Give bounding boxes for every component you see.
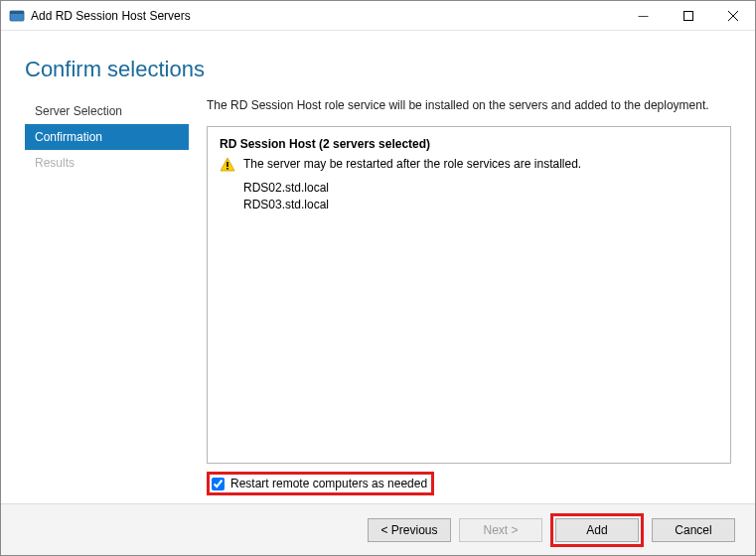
maximize-button[interactable] [666,1,710,31]
server-item: RDS03.std.local [243,198,718,211]
warning-row: The server may be restarted after the ro… [220,157,718,173]
next-button: Next > [459,518,542,542]
step-results: Results [25,150,189,176]
step-confirmation[interactable]: Confirmation [25,124,189,150]
main-area: Server Selection Confirmation Results Th… [1,98,755,495]
warning-icon [220,157,235,173]
server-list: RDS02.std.local RDS03.std.local [243,181,718,211]
content-area: The RD Session Host role service will be… [189,98,731,495]
svg-rect-7 [227,168,228,170]
svg-rect-2 [683,11,692,20]
window-title: Add RD Session Host Servers [31,9,191,23]
wizard-steps: Server Selection Confirmation Results [25,98,189,495]
panel-title: RD Session Host (2 servers selected) [220,137,718,151]
app-icon [9,8,25,24]
minimize-button[interactable]: — [621,1,666,31]
footer-buttons: < Previous Next > Add Cancel [1,503,755,555]
server-item: RDS02.std.local [243,181,718,195]
svg-rect-6 [227,162,228,167]
restart-checkbox[interactable] [212,478,225,490]
restart-checkbox-row[interactable]: Restart remote computers as needed [207,472,434,495]
svg-rect-1 [10,11,24,14]
page-title: Confirm selections [1,31,755,98]
title-bar: Add RD Session Host Servers — [1,1,755,31]
add-button[interactable]: Add [555,518,639,542]
restart-checkbox-label: Restart remote computers as needed [230,477,427,490]
selection-panel: RD Session Host (2 servers selected) The… [207,126,731,464]
step-server-selection[interactable]: Server Selection [25,98,189,124]
window-controls: — [621,1,755,31]
warning-text: The server may be restarted after the ro… [243,157,581,171]
intro-text: The RD Session Host role service will be… [207,98,731,112]
previous-button[interactable]: < Previous [368,518,451,542]
close-button[interactable] [710,1,755,31]
cancel-button[interactable]: Cancel [652,518,735,542]
add-button-highlight: Add [550,513,644,547]
